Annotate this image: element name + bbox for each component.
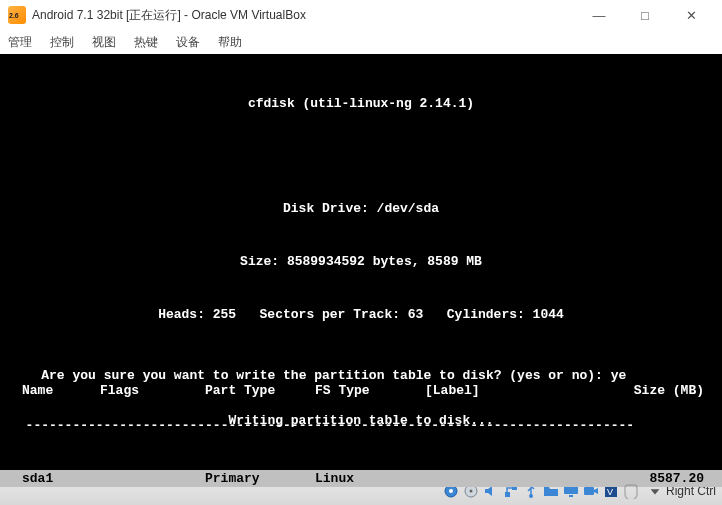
minimize-button[interactable]: — xyxy=(576,0,622,30)
blank-line xyxy=(10,148,712,166)
disk-drive-line: Disk Drive: /dev/sda xyxy=(10,200,712,218)
vm-console[interactable]: cfdisk (util-linux-ng 2.14.1) Disk Drive… xyxy=(0,54,722,475)
window-titlebar: Android 7.1 32bit [正在运行] - Oracle VM Vir… xyxy=(0,0,722,30)
row-size: 8587.20 xyxy=(595,470,712,488)
writing-line: Writing partition table to disk... xyxy=(10,412,712,430)
disk-size-line: Size: 8589934592 bytes, 8589 MB xyxy=(10,253,712,271)
menu-bar: 管理 控制 视图 热键 设备 帮助 xyxy=(0,30,722,54)
row-flags xyxy=(100,470,205,488)
row-parttype: Primary xyxy=(205,470,315,488)
menu-hotkey[interactable]: 热键 xyxy=(130,32,162,53)
close-button[interactable]: ✕ xyxy=(668,0,714,30)
window-controls: — □ ✕ xyxy=(576,0,714,30)
mouse-integration-icon[interactable] xyxy=(622,482,640,500)
menu-help[interactable]: 帮助 xyxy=(214,32,246,53)
row-label xyxy=(425,470,595,488)
row-fstype: Linux xyxy=(315,470,425,488)
window-title: Android 7.1 32bit [正在运行] - Oracle VM Vir… xyxy=(32,7,576,24)
row-name: sda1 xyxy=(10,470,100,488)
disk-geometry-line: Heads: 255 Sectors per Track: 63 Cylinde… xyxy=(10,306,712,324)
maximize-button[interactable]: □ xyxy=(622,0,668,30)
menu-manage[interactable]: 管理 xyxy=(4,32,36,53)
confirm-prompt: Are you sure you want to write the parti… xyxy=(41,368,626,383)
menu-view[interactable]: 视图 xyxy=(88,32,120,53)
menu-control[interactable]: 控制 xyxy=(46,32,78,53)
console-bottom: Are you sure you want to write the parti… xyxy=(10,350,712,465)
menu-devices[interactable]: 设备 xyxy=(172,32,204,53)
partition-row-selected: sda1 Primary Linux 8587.20 xyxy=(0,470,722,488)
virtualbox-icon xyxy=(8,6,26,24)
cfdisk-program-line: cfdisk (util-linux-ng 2.14.1) xyxy=(10,95,712,113)
